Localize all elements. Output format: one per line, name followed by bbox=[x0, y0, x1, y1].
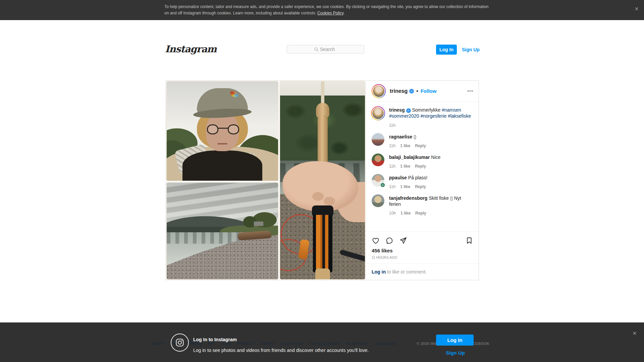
comment-time: 11h bbox=[389, 143, 395, 149]
footer-link-top-accounts[interactable]: TOP ACCOUNTS bbox=[309, 342, 340, 346]
comment-username[interactable]: ppaulse bbox=[389, 175, 407, 180]
caption-row: trinesg ✓ Sommerlykke #namsen #sommer202… bbox=[372, 106, 473, 128]
post-panel: trinesg ✓ • Follow trinesg ✓ Sommerlykke… bbox=[366, 81, 479, 280]
photo-fishing-rod bbox=[279, 81, 366, 280]
verified-badge-icon: ✓ bbox=[409, 89, 414, 94]
login-button[interactable]: Log In bbox=[436, 45, 457, 55]
comment-likes[interactable]: 1 like bbox=[400, 143, 410, 149]
signup-link[interactable]: Sign Up bbox=[462, 47, 480, 52]
comment-row: tanjafredensborg Skitt fiske ▯ Nyt ferie… bbox=[372, 194, 473, 216]
like-icon[interactable] bbox=[372, 237, 380, 245]
post-options-icon[interactable] bbox=[467, 88, 473, 94]
search-icon bbox=[314, 47, 319, 52]
login-prompt-text: to like or comment. bbox=[386, 269, 427, 275]
banner-login-button[interactable]: Log In bbox=[436, 335, 474, 346]
banner-signup-link[interactable]: Sign Up bbox=[446, 350, 465, 356]
follow-separator: • bbox=[416, 88, 418, 94]
follow-button[interactable]: Follow bbox=[421, 88, 437, 94]
avatar-logo-badge: V bbox=[380, 183, 385, 187]
footer-link-privacy[interactable]: PRIVACY bbox=[237, 342, 254, 346]
comment-row: V ppaulse På plass! 11h 1 like Reply bbox=[372, 174, 473, 190]
footer-link-language[interactable]: LANGUAGE bbox=[374, 342, 395, 346]
comment-reply-button[interactable]: Reply bbox=[415, 143, 426, 149]
comment-likes[interactable]: 1 like bbox=[400, 163, 410, 169]
comment-username[interactable]: ragnaelise bbox=[389, 134, 412, 139]
instagram-glyph-icon bbox=[171, 334, 189, 352]
post-timestamp: 11 HOURS AGO bbox=[372, 256, 473, 259]
comment-text: Nice bbox=[431, 155, 440, 160]
comment-likes[interactable]: 1 like bbox=[400, 210, 411, 216]
post-header: trinesg ✓ • Follow bbox=[366, 81, 479, 102]
post-card: trinesg ✓ • Follow trinesg ✓ Sommerlykke… bbox=[166, 80, 479, 280]
save-icon[interactable] bbox=[465, 237, 473, 245]
comment-time: 10h bbox=[389, 210, 396, 216]
footer-link-hashtags[interactable]: HASHTAGS bbox=[346, 342, 367, 346]
post-username[interactable]: trinesg bbox=[390, 88, 408, 94]
comment-icon[interactable] bbox=[385, 237, 393, 245]
comment-reply-button[interactable]: Reply bbox=[415, 184, 426, 190]
share-icon[interactable] bbox=[399, 237, 407, 245]
likes-count[interactable]: 456 likes bbox=[372, 248, 473, 253]
caption-text: Sommerlykke bbox=[412, 107, 440, 113]
login-prompt-link[interactable]: Log in bbox=[372, 269, 386, 275]
photo-lake-shore bbox=[166, 182, 279, 280]
cookie-banner: To help personalize content, tailor and … bbox=[0, 0, 644, 20]
comment-avatar[interactable] bbox=[372, 133, 384, 146]
comment-username[interactable]: balaji_balajikumar bbox=[389, 155, 430, 160]
comments-section: trinesg ✓ Sommerlykke #namsen #sommer202… bbox=[366, 102, 479, 231]
footer-link-about[interactable]: ABOUT bbox=[152, 342, 166, 346]
caption-username[interactable]: trinesg bbox=[389, 107, 405, 113]
comment-reply-button[interactable]: Reply bbox=[415, 210, 426, 216]
login-prompt: Log in to like or comment. bbox=[366, 263, 479, 280]
comment-time: 11h bbox=[389, 163, 395, 169]
cookies-policy-link[interactable]: Cookies Policy bbox=[317, 11, 343, 15]
verified-badge-icon: ✓ bbox=[406, 108, 411, 113]
cookie-close-icon[interactable]: × bbox=[635, 5, 639, 12]
top-nav: Instagram Log In Sign Up bbox=[0, 20, 644, 38]
post-media bbox=[166, 81, 366, 280]
cookie-text-suffix: . bbox=[343, 11, 344, 15]
comment-text: På plass! bbox=[408, 175, 428, 180]
instagram-logo[interactable]: Instagram bbox=[165, 44, 216, 55]
comment-time: 11h bbox=[389, 184, 395, 190]
banner-close-icon[interactable]: × bbox=[633, 330, 637, 337]
cookie-banner-text: To help personalize content, tailor and … bbox=[164, 4, 490, 16]
footer-link-terms[interactable]: TERMS bbox=[261, 342, 274, 346]
comment-text: ▯ bbox=[414, 134, 416, 139]
comment-avatar[interactable]: V bbox=[372, 174, 384, 187]
search-input[interactable] bbox=[320, 45, 360, 53]
comment-avatar[interactable] bbox=[372, 194, 384, 207]
photo-selfie bbox=[166, 81, 279, 181]
avatar[interactable] bbox=[371, 106, 385, 120]
banner-title: Log In to Instagram bbox=[193, 337, 237, 342]
comment-reply-button[interactable]: Reply bbox=[415, 163, 426, 169]
action-bar: 456 likes 11 HOURS AGO bbox=[366, 231, 479, 263]
comment-row: balaji_balajikumar Nice 11h 1 like Reply bbox=[372, 154, 473, 169]
footer-link-locations[interactable]: LOCATIONS bbox=[281, 342, 303, 346]
bottom-banner: ABOUT HELP PRESS API JOBS PRIVACY TERMS … bbox=[0, 322, 644, 362]
banner-subtitle: Log in to see photos and videos from fri… bbox=[193, 348, 369, 353]
comment-avatar[interactable] bbox=[372, 154, 384, 166]
caption-time: 11h bbox=[389, 122, 473, 128]
search-box[interactable] bbox=[287, 45, 364, 54]
comment-row: ragnaelise ▯ 11h 1 like Reply bbox=[372, 133, 473, 149]
comment-likes[interactable]: 1 like bbox=[400, 184, 410, 190]
avatar[interactable] bbox=[372, 84, 386, 98]
comment-username[interactable]: tanjafredensborg bbox=[389, 195, 427, 201]
